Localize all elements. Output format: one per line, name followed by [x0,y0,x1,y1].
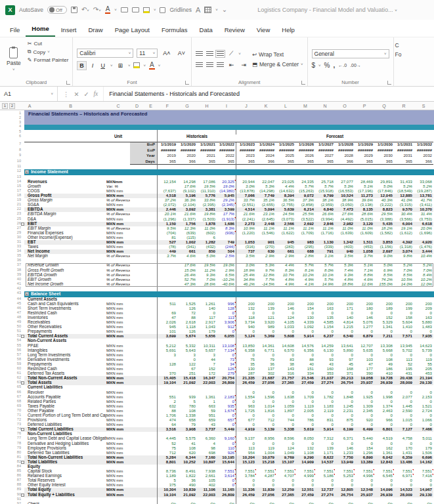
cell[interactable]: 26,809 [217,381,236,385]
row-label[interactable]: Deferred Liabilities [24,423,106,427]
cell[interactable]: 14,909 [295,460,315,465]
row-header-cell[interactable] [130,282,158,287]
unit-cell[interactable]: MXN mm [106,236,130,240]
underline-button[interactable]: U [98,62,107,70]
column-header-I[interactable]: I [217,102,236,110]
unit-cell[interactable]: MXN mm [106,469,130,474]
row-label[interactable]: Deferred Tax Assets [24,371,106,376]
cell[interactable]: 19,104 [158,381,177,385]
row-label[interactable]: Restricted Cash [24,367,106,371]
cell[interactable]: 2.9% [256,254,276,259]
cell[interactable] [158,273,177,278]
row-label[interactable]: Taxes Payable [24,404,106,409]
row-header-cell[interactable] [130,207,158,212]
cell[interactable]: 128 [158,362,177,367]
row-label[interactable]: Total Non-Current Liabilities [24,455,106,460]
cell[interactable] [256,130,276,135]
row-header-cell[interactable] [130,362,158,367]
cell[interactable]: 366 [177,159,197,165]
row-header-cell[interactable] [130,203,158,207]
cell[interactable] [197,287,217,291]
cell[interactable]: 26,459 [236,493,256,497]
cell[interactable]: 26,939 [374,493,394,497]
cell[interactable] [177,385,197,390]
cell[interactable]: 1/1/2025 [276,142,295,148]
cell[interactable]: 5,124 [236,334,256,339]
cell[interactable] [374,130,394,135]
outline-collapse-icon[interactable] [21,461,24,464]
cell[interactable]: 27,459 [295,493,315,497]
row-header-cell[interactable] [130,287,158,291]
cell[interactable]: 3.7% [158,254,177,259]
row-label[interactable]: Gross Margin [24,198,106,203]
row-label[interactable]: Restricted Cash [24,311,106,316]
unit-cell[interactable]: MXN mm [106,446,130,451]
cell[interactable] [355,165,374,169]
font-icon[interactable]: A [196,7,200,14]
cell[interactable]: 6,879 [355,334,374,339]
unit-cell[interactable]: MXN mm [106,353,130,358]
decrease-indent-icon[interactable]: ⇤ [227,61,236,69]
fill-color-icon[interactable] [143,7,150,13]
menu-page-layout[interactable]: Page Layout [109,23,156,37]
cell[interactable]: 1/1/2028 [335,142,355,148]
unit-cell[interactable]: % of Revenues [106,212,130,217]
row-header-cell[interactable] [130,222,158,226]
cell[interactable] [256,165,276,169]
row-header-cell[interactable] [130,268,158,273]
outline-collapse-icon[interactable] [21,428,24,431]
cell[interactable] [236,287,256,291]
row-header-cell[interactable] [130,329,158,334]
cell[interactable] [236,130,256,135]
cell[interactable]: 2.8% [295,254,315,259]
cell[interactable]: 4.9% [276,282,295,287]
row-header-cell[interactable] [130,460,158,465]
orientation-caret[interactable]: ˅ [238,52,241,56]
cell[interactable]: 27,274 [315,381,335,385]
menu-review[interactable]: Review [219,23,251,37]
cell[interactable]: 3,908 [177,427,197,432]
cell[interactable]: 7,571 [394,334,414,339]
cell[interactable]: 365 [295,159,315,165]
unit-cell[interactable]: MXNmm [106,180,130,184]
row-label[interactable]: Total Current Assets [24,334,106,339]
row-label[interactable]: EBITDA Growth [24,273,106,278]
row-label[interactable]: Short Term Investments [24,306,106,311]
row-label[interactable]: SG&A [24,203,106,207]
outline-level-2-button[interactable]: 2 [9,103,15,109]
row-label[interactable]: Gross Profit Growth [24,268,106,273]
row-label[interactable]: Total Reserves [24,478,106,483]
row-label[interactable]: EBIT Growth [24,278,106,282]
cell[interactable] [276,287,295,291]
unit-cell[interactable]: MXN mm [106,311,130,316]
cell[interactable] [158,385,177,390]
unit-cell[interactable]: MXN mm [106,376,130,381]
row-label[interactable]: Derivative and Hedging Liabilities [24,442,106,446]
row-header-cell[interactable] [130,474,158,478]
unit-cell[interactable]: MXN mm [106,325,130,329]
currency-icon[interactable]: $ [312,62,316,69]
row-header-cell[interactable] [130,259,158,263]
unit-cell[interactable] [106,175,130,180]
cell[interactable]: 2.5% [217,254,236,259]
unit-cell[interactable]: MXN mm [106,455,130,460]
fill-caret[interactable]: ˅ [143,64,146,68]
unit-cell[interactable]: % of Revenues [106,254,130,259]
cell[interactable]: 12,843 [374,460,394,465]
row-header-cell[interactable] [130,212,158,217]
cell[interactable]: (1,716) [315,231,335,236]
row-label[interactable] [24,497,106,502]
number-format-select[interactable]: General˅ [312,49,389,58]
row-header-cell[interactable] [130,249,158,254]
cell[interactable] [394,130,414,135]
align-top-icon[interactable] [196,51,203,56]
cell[interactable]: 27,459 [295,381,315,385]
row-header-cell[interactable] [130,130,158,135]
cell[interactable]: (1,709) [295,231,315,236]
cell[interactable]: 12.6% [355,282,374,287]
cell[interactable] [217,385,236,390]
row-header-cell[interactable] [130,311,158,316]
cell[interactable]: 1/1/2032 [414,142,433,148]
unit-cell[interactable]: MXN mm [106,400,130,404]
column-header-G[interactable]: G [177,102,197,110]
